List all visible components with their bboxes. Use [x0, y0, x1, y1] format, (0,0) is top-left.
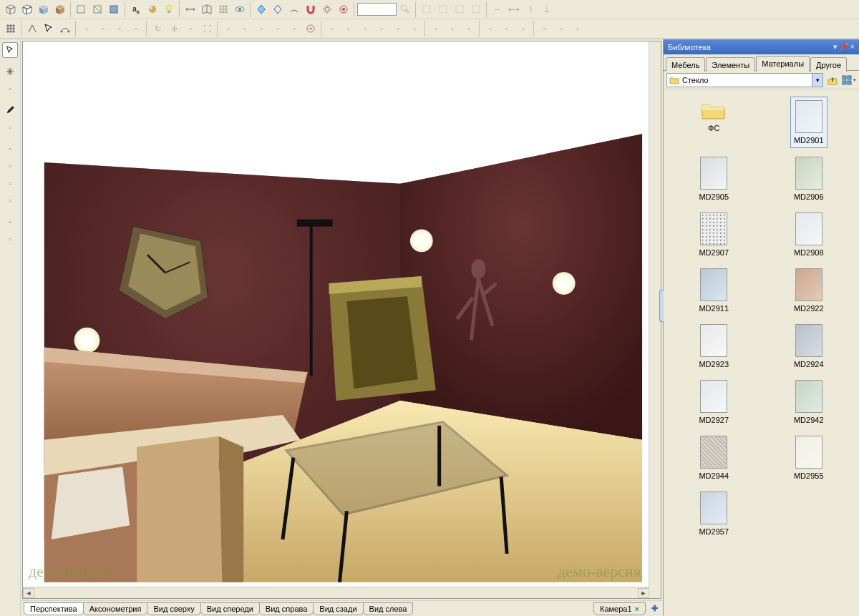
svg-point-41 — [471, 259, 485, 279]
tb-box-outline-icon[interactable] — [19, 1, 35, 17]
tb-e2-icon: ▫ — [341, 21, 356, 36]
scroll-left-icon[interactable]: ◄ — [23, 588, 34, 598]
tb-magnet-icon[interactable] — [303, 1, 319, 17]
tb-circle-target-icon[interactable] — [303, 21, 319, 36]
tb-snap-icon[interactable] — [24, 21, 40, 36]
toolbar-area: aa ↔ ⟷ Ⅰ ⊥ ▫ ▫ ▫ — [0, 0, 859, 39]
lib-tab-3[interactable]: Другое — [810, 57, 847, 72]
view-tab-1[interactable]: Аксонометрия — [83, 602, 148, 615]
material-item[interactable]: ФС — [697, 97, 730, 148]
tb-eye-icon[interactable] — [232, 1, 248, 17]
svg-rect-3 — [110, 6, 117, 13]
tb-diamond-blue-icon[interactable] — [253, 1, 269, 17]
viewport[interactable]: демо-версия демо-версия ◄ ► — [22, 41, 661, 599]
panel-close-icon[interactable]: × — [850, 42, 855, 52]
svg-point-36 — [74, 328, 100, 353]
panel-min-icon[interactable]: 📌 — [839, 42, 849, 52]
tb-face-blue-icon[interactable] — [107, 1, 122, 17]
view-tab-3[interactable]: Вид спереди — [200, 602, 260, 615]
scroll-right-icon[interactable]: ► — [638, 588, 649, 598]
tb-h2-icon: ▫ — [553, 21, 569, 36]
material-item[interactable]: MD2911 — [696, 265, 732, 316]
panel-pin-icon[interactable]: ▾ — [833, 42, 838, 52]
tb-sphere-icon[interactable] — [145, 1, 160, 17]
tb-g1-icon: ▫ — [482, 21, 498, 36]
lib-tab-0[interactable]: Мебель — [666, 57, 705, 72]
panel-title-label: Библиотека — [668, 43, 711, 52]
tb-op4-icon — [468, 1, 484, 17]
svg-point-26 — [68, 31, 70, 33]
lt-t1-icon: ▫ — [2, 81, 18, 97]
tb-value-input[interactable] — [357, 3, 397, 16]
material-item[interactable]: MD2923 — [696, 321, 732, 371]
tb-face-icon[interactable] — [74, 1, 89, 17]
material-item[interactable]: MD2955 — [791, 433, 827, 483]
camera-tab[interactable]: Камера1 × — [593, 602, 646, 615]
svg-point-5 — [150, 6, 152, 9]
panel-titlebar[interactable]: Библиотека ▾ 📌 × — [664, 39, 859, 54]
tb-d5-icon: ↻ — [150, 21, 165, 36]
svg-point-28 — [310, 28, 312, 30]
toolbar-row-2: ▫ ▫ ▫ ▫ ↻ ✢ ▫ ⛶ ▫ ▫ ▫ ▫ ▫ ▫ ▫ ▫ ▫ ▫ ▫ ▫ … — [0, 19, 859, 39]
lib-view-icon[interactable]: ▾ — [842, 73, 856, 87]
tb-gear-icon[interactable] — [319, 1, 335, 17]
lt-eyedropper-icon[interactable] — [2, 102, 18, 118]
tb-g2-icon: ▫ — [499, 21, 515, 36]
material-label: MD2944 — [699, 471, 729, 480]
panel-collapse-handle[interactable] — [659, 290, 664, 322]
material-item[interactable]: MD2957 — [696, 489, 732, 539]
tb-face2-icon[interactable] — [90, 1, 106, 17]
combo-arrow-icon[interactable]: ▾ — [812, 74, 822, 87]
tb-path-icon[interactable] — [57, 21, 73, 36]
view-tab-0[interactable]: Перспектива — [24, 602, 84, 615]
material-item[interactable]: MD2908 — [791, 210, 827, 260]
material-item[interactable]: MD2905 — [696, 154, 732, 204]
tb-grid-icon[interactable] — [215, 1, 231, 17]
material-item[interactable]: MD2924 — [791, 321, 827, 371]
lib-up-icon[interactable] — [825, 73, 840, 87]
lt-select-icon[interactable] — [2, 42, 18, 58]
material-label: MD2911 — [699, 304, 729, 313]
view-tab-4[interactable]: Вид справа — [259, 602, 314, 615]
material-item[interactable]: MD2907 — [696, 210, 732, 260]
lib-tab-2[interactable]: Материалы — [756, 56, 810, 72]
view-tab-2[interactable]: Вид сверху — [147, 602, 200, 615]
tb-f1-icon: ▫ — [428, 21, 444, 36]
material-item[interactable]: MD2944 — [696, 433, 732, 483]
view-tab-6[interactable]: Вид слева — [363, 602, 414, 615]
tb-cursor-icon[interactable] — [41, 21, 57, 36]
tb-box-shaded-icon[interactable] — [36, 1, 52, 17]
material-item[interactable]: MD2942 — [791, 377, 827, 427]
add-view-button[interactable]: ✚ — [649, 603, 660, 615]
tb-snap-grid-icon[interactable] — [3, 21, 19, 36]
tb-f2-icon: ▫ — [445, 21, 460, 36]
material-thumb — [795, 436, 822, 469]
view-tab-5[interactable]: Вид сзади — [313, 602, 363, 615]
camera-close-icon[interactable]: × — [635, 605, 639, 613]
tb-target-icon[interactable] — [336, 1, 351, 17]
tb-diamond-hollow-icon[interactable] — [270, 1, 286, 17]
material-label: MD2907 — [699, 248, 729, 257]
material-item[interactable]: MD2922 — [791, 265, 827, 316]
svg-point-37 — [410, 229, 433, 252]
material-thumb — [700, 380, 727, 413]
tb-arc-icon[interactable] — [286, 1, 302, 17]
tb-box-wire-icon[interactable] — [3, 1, 19, 17]
category-combo[interactable]: Стекло ▾ — [666, 73, 823, 87]
material-item[interactable]: MD2906 — [791, 154, 827, 204]
tb-dim-icon[interactable] — [183, 1, 198, 17]
lib-tab-1[interactable]: Элементы — [706, 57, 755, 72]
tb-text-icon[interactable]: aa — [128, 1, 144, 17]
material-item[interactable]: MD2927 — [696, 377, 732, 427]
svg-rect-48 — [843, 81, 846, 84]
svg-rect-46 — [843, 76, 846, 79]
material-item[interactable]: MD2901 — [790, 97, 828, 148]
folder-icon — [700, 99, 727, 121]
h-scrollbar[interactable]: ◄ ► — [23, 587, 649, 598]
lt-burst-icon[interactable] — [2, 64, 18, 79]
lt-t2-icon: ▫ — [2, 119, 18, 135]
material-label: MD2908 — [794, 248, 824, 257]
tb-bulb-icon[interactable] — [161, 1, 177, 17]
tb-ortho-icon[interactable] — [199, 1, 215, 17]
tb-box-textured-icon[interactable] — [52, 1, 68, 17]
